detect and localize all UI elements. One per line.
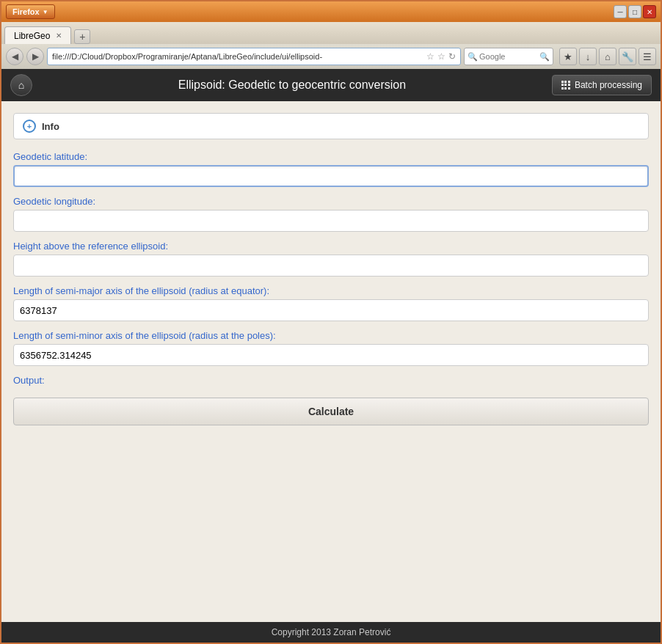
footer: Copyright 2013 Zoran Petrović: [1, 622, 661, 643]
address-bar: ◀ ▶ file:///D:/Cloud/Dropbox/Programiran…: [1, 44, 661, 69]
grid-icon: [561, 81, 570, 89]
calculate-label: Calculate: [308, 406, 354, 417]
bookmark-star-icon[interactable]: ☆: [426, 51, 434, 62]
menu-toolbar-button[interactable]: ☰: [639, 48, 656, 65]
info-toggle-button[interactable]: +: [23, 120, 36, 133]
home-icon: ⌂: [605, 51, 611, 62]
batch-processing-label: Batch processing: [575, 80, 642, 90]
bookmarks-toolbar-button[interactable]: ★: [559, 48, 577, 65]
back-button[interactable]: ◀: [6, 48, 23, 65]
app-home-button[interactable]: ⌂: [10, 74, 32, 96]
firefox-menu-button[interactable]: Firefox ▼: [6, 4, 55, 19]
address-field[interactable]: file:///D:/Cloud/Dropbox/Programiranje/A…: [47, 48, 461, 65]
info-label: Info: [42, 121, 59, 132]
addons-icon: 🔧: [622, 51, 633, 62]
search-engine-icon[interactable]: 🔍: [468, 52, 478, 62]
main-content: + Info Geodetic latitude: Geodetic longi…: [1, 101, 661, 622]
maximize-button[interactable]: □: [628, 5, 641, 18]
geodetic-longitude-label: Geodetic longitude:: [13, 196, 649, 207]
address-text: file:///D:/Cloud/Dropbox/Programiranje/A…: [52, 52, 322, 61]
info-icon: +: [27, 122, 32, 131]
downloads-toolbar-button[interactable]: ↓: [579, 48, 597, 65]
semi-minor-input[interactable]: [13, 344, 649, 366]
back-icon: ◀: [12, 51, 18, 62]
app-title: Ellipsoid: Geodetic to geocentric conver…: [178, 78, 406, 92]
geodetic-latitude-group: Geodetic latitude:: [13, 151, 649, 187]
height-label: Height above the reference ellipsoid:: [13, 241, 649, 252]
height-input[interactable]: [13, 255, 649, 277]
search-input[interactable]: [479, 52, 538, 61]
bookmarks-icon: ★: [564, 51, 572, 62]
geodetic-longitude-group: Geodetic longitude:: [13, 196, 649, 232]
copyright-text: Copyright 2013 Zoran Petrović: [272, 627, 391, 637]
menu-icon: ☰: [643, 51, 652, 62]
minimize-button[interactable]: ─: [614, 5, 627, 18]
firefox-dropdown-arrow: ▼: [43, 9, 48, 15]
firefox-label: Firefox: [12, 7, 40, 16]
semi-minor-group: Length of semi-minor axis of the ellipso…: [13, 330, 649, 366]
output-label: Output:: [13, 375, 649, 386]
tab-label: LibreGeo: [14, 31, 50, 41]
semi-major-input[interactable]: [13, 299, 649, 321]
close-button[interactable]: ✕: [643, 5, 656, 18]
calculate-button[interactable]: Calculate: [13, 398, 649, 425]
tab-close-icon[interactable]: ✕: [56, 32, 62, 40]
new-tab-button[interactable]: +: [74, 29, 90, 44]
forward-icon: ▶: [32, 51, 39, 62]
semi-major-group: Length of semi-major axis of the ellipso…: [13, 285, 649, 321]
tab-bar: LibreGeo ✕ +: [1, 22, 661, 44]
bookmark-filled-icon[interactable]: ☆: [437, 51, 445, 62]
app-home-icon: ⌂: [18, 79, 24, 91]
home-toolbar-button[interactable]: ⌂: [599, 48, 616, 65]
search-submit-icon[interactable]: 🔍: [539, 52, 550, 62]
geodetic-longitude-input[interactable]: [13, 210, 649, 232]
reload-icon[interactable]: ↻: [448, 51, 456, 62]
batch-processing-button[interactable]: Batch processing: [552, 75, 652, 95]
downloads-icon: ↓: [586, 51, 591, 62]
forward-button[interactable]: ▶: [26, 48, 44, 65]
height-group: Height above the reference ellipsoid:: [13, 241, 649, 277]
search-box[interactable]: 🔍 🔍: [464, 48, 553, 65]
semi-major-label: Length of semi-major axis of the ellipso…: [13, 285, 649, 296]
geodetic-latitude-input[interactable]: [13, 165, 649, 187]
geodetic-latitude-label: Geodetic latitude:: [13, 151, 649, 162]
addons-toolbar-button[interactable]: 🔧: [619, 48, 636, 65]
app-header: ⌂ Ellipsoid: Geodetic to geocentric conv…: [1, 69, 661, 101]
active-tab[interactable]: LibreGeo ✕: [4, 26, 71, 44]
semi-minor-label: Length of semi-minor axis of the ellipso…: [13, 330, 649, 341]
title-bar: Firefox ▼ ─ □ ✕: [1, 1, 661, 22]
info-section: + Info: [13, 113, 649, 139]
